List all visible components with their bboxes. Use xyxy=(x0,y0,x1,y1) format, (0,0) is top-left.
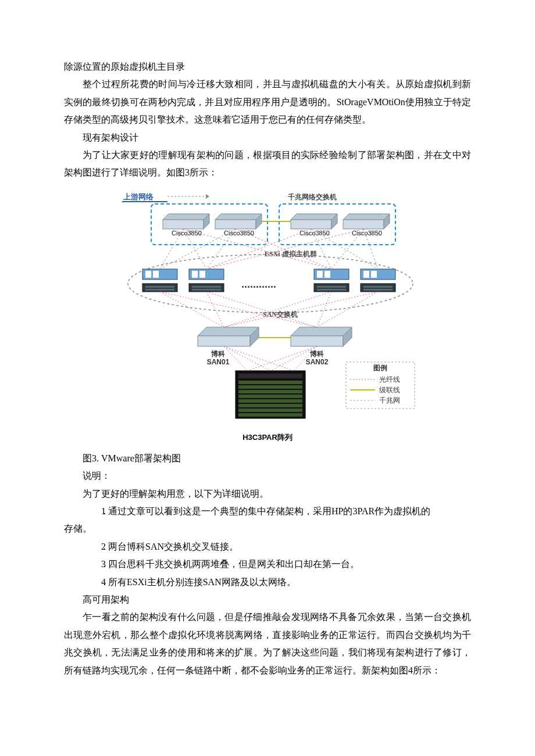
svg-rect-56 xyxy=(198,336,250,346)
svg-rect-79 xyxy=(238,413,302,417)
section-heading: 现有架构设计 xyxy=(64,129,471,146)
legend-item: 光纤线 xyxy=(379,375,400,384)
svg-line-67 xyxy=(317,292,331,327)
svg-rect-77 xyxy=(238,404,302,407)
svg-rect-23 xyxy=(145,286,174,288)
list-num: 2 xyxy=(83,538,101,556)
svg-line-81 xyxy=(224,346,270,371)
svg-rect-59 xyxy=(291,336,343,346)
svg-marker-2 xyxy=(206,194,209,199)
paragraph: 为了让大家更好的理解现有架构的问题，根据项目的实际经验绘制了部署架构图，并在文中… xyxy=(64,146,471,182)
svg-rect-78 xyxy=(238,409,302,412)
svg-rect-21 xyxy=(153,271,159,278)
paragraph: 除源位置的原始虚拟机主目录 xyxy=(64,58,471,76)
svg-rect-42 xyxy=(363,289,393,291)
esxi-host-icon xyxy=(189,269,224,292)
svg-marker-55 xyxy=(198,327,259,336)
svg-marker-8 xyxy=(215,214,262,220)
switch-icon: Cisco3850 xyxy=(343,214,390,237)
san1-label-bottom: SAN01 xyxy=(207,358,230,366)
svg-line-49 xyxy=(331,229,363,269)
switch-icon: Cisco3850 xyxy=(215,214,262,237)
san-switch-icon xyxy=(291,327,352,346)
san2-label-bottom: SAN02 xyxy=(306,358,329,366)
esxi-host-icon xyxy=(314,269,349,292)
svg-rect-15 xyxy=(343,220,384,229)
svg-rect-36 xyxy=(317,289,346,291)
svg-rect-24 xyxy=(145,289,174,291)
svg-rect-39 xyxy=(371,271,377,278)
array-caption: H3C3PAR阵列 xyxy=(64,431,471,445)
switch-icon: Cisco3850 xyxy=(291,214,337,237)
svg-rect-12 xyxy=(291,220,331,229)
legend-item: 千兆网 xyxy=(379,396,400,404)
paragraph: 乍一看之前的架构没有什么问题，但是仔细推敲会发现网络不具备冗余效果，当第一台交换… xyxy=(64,608,471,679)
paragraph: 整个过程所花费的时间与冷迁移大致相同，并且与虚拟机磁盘的大小有关。从原始虚拟机到… xyxy=(64,76,471,128)
list-text: . 四台思科千兆交换机两两堆叠，但是网关和出口却在第一台。 xyxy=(101,559,359,569)
svg-line-63 xyxy=(224,292,331,327)
figure-caption: 图3. VMware部署架构图 xyxy=(64,450,471,467)
svg-rect-73 xyxy=(238,385,302,389)
svg-rect-29 xyxy=(192,286,221,288)
svg-marker-14 xyxy=(343,214,390,220)
svg-line-82 xyxy=(224,346,294,371)
svg-rect-33 xyxy=(324,271,330,278)
svg-rect-26 xyxy=(192,271,198,278)
svg-rect-32 xyxy=(317,271,323,278)
esxi-host-icon xyxy=(142,269,177,292)
paragraph: 存储。 xyxy=(64,520,471,538)
svg-rect-72 xyxy=(238,381,302,384)
list-item: 3 . 四台思科千兆交换机两两堆叠，但是网关和出口却在第一台。 xyxy=(64,556,471,573)
document-page: 除源位置的原始虚拟机主目录 整个过程所花费的时间与冷迁移大致相同，并且与虚拟机磁… xyxy=(0,0,535,756)
architecture-diagram-figure: 上游网络 千兆网络交换机 Cisco3850 Cisco3850 xyxy=(64,188,471,445)
section-heading: 高可用架构 xyxy=(64,591,471,608)
list-text: . 两台博科SAN交换机交叉链接。 xyxy=(101,542,238,551)
svg-rect-75 xyxy=(238,395,302,398)
san1-label-top: 博科 xyxy=(211,350,225,358)
upstream-label: 上游网络 xyxy=(123,192,154,201)
switch-icon: Cisco3850 xyxy=(163,214,209,237)
san2-label-top: 博科 xyxy=(309,350,324,358)
svg-line-61 xyxy=(160,292,224,327)
svg-line-68 xyxy=(317,292,378,327)
svg-rect-20 xyxy=(145,271,151,278)
svg-rect-41 xyxy=(363,286,393,288)
svg-rect-9 xyxy=(215,220,256,229)
svg-rect-6 xyxy=(163,220,204,229)
paragraph: 说明： xyxy=(64,467,471,485)
svg-line-65 xyxy=(160,292,317,327)
list-item: 4 . 所有ESXi主机分别连接SAN网路及以太网络。 xyxy=(64,574,471,591)
svg-rect-38 xyxy=(363,271,369,278)
list-text: . 所有ESXi主机分别连接SAN网路及以太网络。 xyxy=(101,577,296,587)
list-item: 2 . 两台博科SAN交换机交叉链接。 xyxy=(64,538,471,556)
svg-marker-5 xyxy=(163,214,209,220)
architecture-diagram: 上游网络 千兆网络交换机 Cisco3850 Cisco3850 xyxy=(116,188,419,426)
svg-rect-30 xyxy=(192,289,221,291)
switches-title: 千兆网络交换机 xyxy=(287,193,337,201)
svg-rect-76 xyxy=(238,399,302,403)
svg-rect-71 xyxy=(238,374,302,378)
list-num: 1 xyxy=(83,503,101,520)
svg-marker-58 xyxy=(291,327,352,336)
svg-rect-35 xyxy=(317,286,346,288)
san-switch-icon xyxy=(198,327,259,346)
list-text: . 通过文章可以看到这是一个典型的集中存储架构，采用HP的3PAR作为虚拟机的 xyxy=(101,506,430,516)
esxi-host-icon xyxy=(361,269,395,292)
list-item: 1 . 通过文章可以看到这是一个典型的集中存储架构，采用HP的3PAR作为虚拟机… xyxy=(64,503,471,520)
svg-rect-27 xyxy=(199,271,205,278)
svg-marker-11 xyxy=(291,214,337,220)
legend-item: 级联线 xyxy=(379,386,400,394)
esxi-title: ESXi 虚拟主机群 xyxy=(265,250,317,258)
ellipsis-icon: ............ xyxy=(241,278,276,290)
paragraph: 为了更好的理解架构用意，以下为详细说明。 xyxy=(64,485,471,503)
list-num: 4 xyxy=(83,574,101,591)
svg-line-52 xyxy=(206,229,311,269)
list-num: 3 xyxy=(83,556,101,573)
legend-title: 图例 xyxy=(373,364,387,372)
svg-rect-74 xyxy=(238,390,302,393)
